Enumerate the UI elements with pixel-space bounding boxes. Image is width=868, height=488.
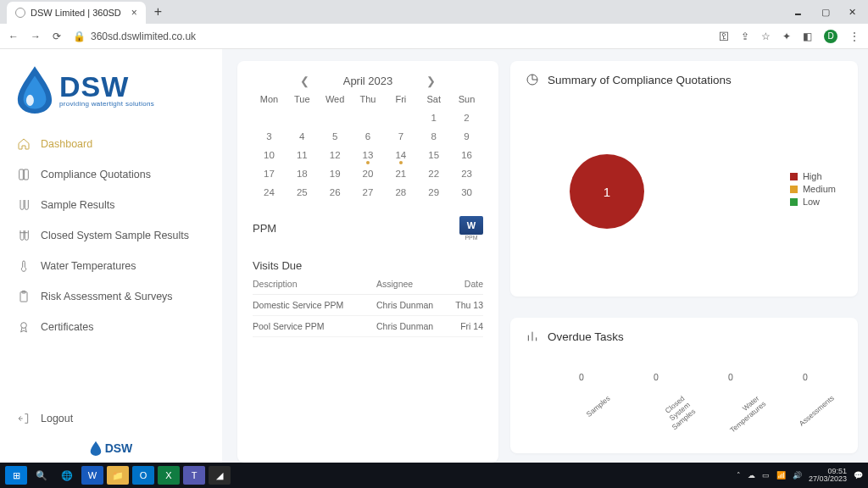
calendar-day[interactable]: 4 <box>286 131 319 141</box>
calendar-day[interactable]: 14 <box>384 150 417 160</box>
taskbar-word-icon[interactable]: W <box>81 466 103 485</box>
tray-chevron-icon[interactable]: ˄ <box>737 471 741 480</box>
sidebar-item-compliance-quotations[interactable]: Compliance Quotations <box>12 159 210 190</box>
calendar-dow: Mon <box>253 94 286 104</box>
forward-button[interactable]: → <box>31 30 41 42</box>
start-button[interactable]: ⊞ <box>5 466 27 485</box>
calendar-day[interactable]: 23 <box>450 169 483 179</box>
taskbar-outlook-icon[interactable]: O <box>132 466 154 485</box>
sidebar-item-label: Certificates <box>41 321 94 333</box>
overdue-bar: 0Assessments <box>784 372 826 450</box>
logout-button[interactable]: Logout <box>12 403 210 434</box>
app-root: DSW providing watertight solutions Dashb… <box>0 49 868 463</box>
calendar-dow: Sat <box>417 94 450 104</box>
calendar-day[interactable]: 19 <box>319 169 352 179</box>
taskbar-photos-icon[interactable]: ◢ <box>209 466 231 485</box>
calendar-day[interactable]: 29 <box>417 187 450 197</box>
visits-row[interactable]: Domestic Service PPMChris DunmanThu 13 <box>253 295 483 316</box>
calendar-day[interactable]: 6 <box>352 131 385 141</box>
kebab-menu-icon[interactable]: ⋮ <box>849 30 860 42</box>
star-icon[interactable]: ☆ <box>761 30 771 42</box>
calendar-day[interactable]: 13 <box>352 150 385 160</box>
calendar-day[interactable]: 25 <box>286 187 319 197</box>
visits-cell-assignee: Chris Dunman <box>376 300 444 310</box>
bar-chart-icon <box>526 330 539 343</box>
tray-clock[interactable]: 09:51 27/03/2023 <box>809 468 847 484</box>
taskbar-chrome-icon[interactable]: 🌐 <box>56 466 78 485</box>
calendar-day[interactable]: 16 <box>450 150 483 160</box>
visits-cell-date: Fri 14 <box>444 321 483 331</box>
window-minimize-icon[interactable]: 🗕 <box>793 7 803 18</box>
sidebar-item-risk-assessment-surveys[interactable]: Risk Assessment & Surveys <box>12 281 210 312</box>
taskbar-search-icon[interactable]: 🔍 <box>31 466 53 485</box>
sidebar-item-water-temperatures[interactable]: Water Temperatures <box>12 251 210 281</box>
key-icon[interactable]: ⚿ <box>719 30 729 42</box>
overdue-value: 0 <box>579 372 584 382</box>
tray-wifi-icon[interactable]: 📶 <box>776 471 786 480</box>
brand-logo: DSW providing watertight solutions <box>12 59 210 124</box>
tray-cloud-icon[interactable]: ☁ <box>748 471 755 480</box>
calendar-day[interactable]: 26 <box>319 187 352 197</box>
address-bar[interactable]: 🔒 360sd.dswlimited.co.uk <box>73 30 196 42</box>
new-tab-button[interactable]: + <box>154 4 162 19</box>
calendar-day[interactable]: 7 <box>384 131 417 141</box>
calendar-prev-button[interactable]: ❮ <box>300 75 309 87</box>
calendar-day[interactable]: 20 <box>352 169 385 179</box>
visits-col-description: Description <box>253 279 376 289</box>
visits-row[interactable]: Pool Service PPMChris DunmanFri 14 <box>253 316 483 337</box>
legend-label: Low <box>803 197 820 207</box>
calendar-day[interactable]: 18 <box>286 169 319 179</box>
calendar-day[interactable]: 17 <box>253 169 286 179</box>
reload-button[interactable]: ⟳ <box>53 30 61 42</box>
calendar-day[interactable]: 10 <box>253 150 286 160</box>
taskbar-explorer-icon[interactable]: 📁 <box>107 466 129 485</box>
summary-title-row: Summary of Compliance Quotations <box>526 73 843 86</box>
sidebar-item-label: Risk Assessment & Surveys <box>41 291 173 302</box>
tray-volume-icon[interactable]: 🔊 <box>793 471 802 480</box>
profile-avatar[interactable]: D <box>824 30 837 43</box>
calendar-day[interactable]: 15 <box>417 150 450 160</box>
calendar-day[interactable]: 30 <box>450 187 483 197</box>
calendar-dow: Tue <box>286 94 319 104</box>
system-tray[interactable]: ˄ ☁ ▭ 📶 🔊 09:51 27/03/2023 💬 <box>737 468 863 484</box>
calendar-day[interactable]: 27 <box>352 187 385 197</box>
sidebar-item-sample-results[interactable]: Sample Results <box>12 190 210 220</box>
taskbar-excel-icon[interactable]: X <box>158 466 180 485</box>
calendar-day[interactable]: 5 <box>319 131 352 141</box>
windows-taskbar: ⊞ 🔍 🌐 W 📁 O X T ◢ ˄ ☁ ▭ 📶 🔊 09:51 27/03/… <box>0 463 868 488</box>
calendar-day[interactable]: 8 <box>417 131 450 141</box>
calendar-day[interactable]: 2 <box>450 113 483 123</box>
thermometer-icon <box>17 259 31 273</box>
calendar-day[interactable]: 11 <box>286 150 319 160</box>
panel-icon[interactable]: ◧ <box>803 30 812 42</box>
calendar-day[interactable]: 12 <box>319 150 352 160</box>
tray-battery-icon[interactable]: ▭ <box>762 471 770 480</box>
window-close-icon[interactable]: ✕ <box>849 7 856 18</box>
extensions-icon[interactable]: ✦ <box>782 30 791 42</box>
back-button[interactable]: ← <box>8 30 19 42</box>
share-icon[interactable]: ⇪ <box>741 30 749 42</box>
calendar-day[interactable]: 21 <box>384 169 417 179</box>
tab-close-icon[interactable]: × <box>131 7 137 19</box>
visits-col-date: Date <box>444 279 483 289</box>
tray-notifications-icon[interactable]: 💬 <box>854 471 863 480</box>
browser-tab[interactable]: DSW Limited | 360SD × <box>7 2 146 24</box>
calendar-next-button[interactable]: ❯ <box>426 75 436 87</box>
calendar-day[interactable]: 28 <box>384 187 417 197</box>
calendar-month-label: April 2023 <box>343 75 393 87</box>
sidebar-item-dashboard[interactable]: Dashboard <box>12 129 210 159</box>
window-maximize-icon[interactable]: ▢ <box>821 7 830 18</box>
calendar-day[interactable]: 3 <box>253 131 286 141</box>
calendar-day[interactable]: 24 <box>253 187 286 197</box>
sidebar-item-closed-system-sample-results[interactable]: Closed System Sample Results <box>12 220 210 251</box>
calendar-dow: Sun <box>450 94 483 104</box>
calendar-day[interactable]: 1 <box>417 113 450 123</box>
sidebar-item-certificates[interactable]: Certificates <box>12 312 210 342</box>
taskbar-teams-icon[interactable]: T <box>183 466 205 485</box>
overdue-title-row: Overdue Tasks <box>526 330 843 343</box>
overdue-value: 0 <box>728 372 733 382</box>
word-document-button[interactable]: W PPM <box>459 216 483 241</box>
calendar-day[interactable]: 9 <box>450 131 483 141</box>
calendar-day[interactable]: 22 <box>417 169 450 179</box>
visits-due-title: Visits Due <box>253 259 483 272</box>
